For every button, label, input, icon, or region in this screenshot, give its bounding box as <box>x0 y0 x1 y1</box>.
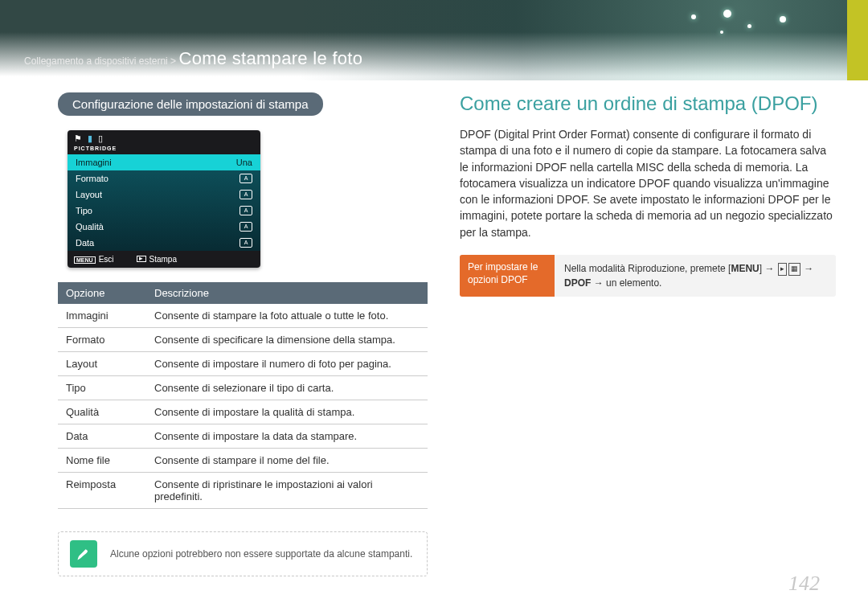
cam-row: DataA <box>68 235 260 251</box>
section-pill: Configurazione delle impostazioni di sta… <box>58 92 323 116</box>
right-heading: Come creare un ordine di stampa (DPOF) <box>460 92 836 115</box>
breadcrumb: Collegamento a dispositivi esterni > Com… <box>24 48 362 69</box>
callout-label: Per impostare le opzioni DPOF <box>460 255 555 297</box>
right-body: DPOF (Digital Print Order Format) consen… <box>460 126 836 240</box>
camera-screen-mock: ⚑ ▮ ▯ PICTBRIDGE Immagini Una FormatoA L… <box>68 130 260 268</box>
table-row: ReimpostaConsente di ripristinare le imp… <box>58 473 428 509</box>
page-title: Come stampare le foto <box>178 48 362 68</box>
options-table: Opzione Descrizione ImmaginiConsente di … <box>58 282 428 509</box>
cam-row: FormatoA <box>68 170 260 187</box>
table-row: DataConsente di impostare la data da sta… <box>58 424 428 449</box>
table-row: TipoConsente di selezionare il tipo di c… <box>58 376 428 400</box>
pictbridge-label: PICTBRIDGE <box>74 146 254 151</box>
note-box: Alcune opzioni potrebbero non essere sup… <box>58 531 428 576</box>
table-row: ImmaginiConsente di stampare la foto att… <box>58 304 428 328</box>
table-row: LayoutConsente di impostare il numero di… <box>58 352 428 376</box>
table-row: FormatoConsente di specificare la dimens… <box>58 328 428 352</box>
pen-icon <box>70 540 97 568</box>
decorative-sparkles <box>675 6 836 55</box>
table-row: QualitàConsente di impostare la qualità … <box>58 400 428 424</box>
cam-row: LayoutA <box>68 187 260 203</box>
callout-steps: Nella modalità Riproduzione, premete [ME… <box>555 255 836 297</box>
cam-row: QualitàA <box>68 219 260 235</box>
note-text: Alcune opzioni potrebbero non essere sup… <box>110 548 412 560</box>
th-description: Descrizione <box>146 282 428 304</box>
callout: Per impostare le opzioni DPOF Nella moda… <box>460 255 836 297</box>
breadcrumb-path: Collegamento a dispositivi esterni > <box>24 55 176 67</box>
pictbridge-icon: ⚑ ▮ ▯ <box>74 133 254 144</box>
cam-row-selected: Immagini Una <box>68 154 260 170</box>
cam-row: TipoA <box>68 203 260 219</box>
page-number: 142 <box>788 572 820 596</box>
th-option: Opzione <box>58 282 146 304</box>
page-edge-tab <box>847 0 868 80</box>
table-row: Nome fileConsente di stampare il nome de… <box>58 449 428 473</box>
